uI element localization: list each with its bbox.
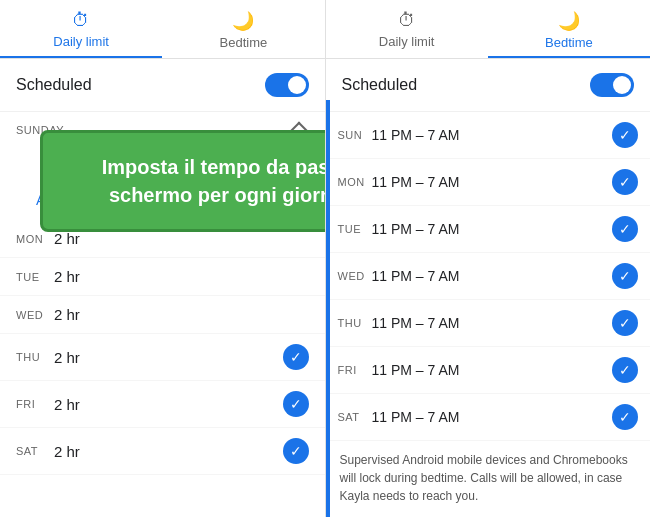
scheduled-label-left: Scheduled	[16, 76, 92, 94]
day-label-sat: SAT	[16, 445, 54, 457]
bedtime-day-wed: WED	[338, 270, 372, 282]
check-icon-fri[interactable]: ✓	[283, 391, 309, 417]
bedtime-time-wed: 11 PM – 7 AM	[372, 268, 613, 284]
bedtime-row-fri: FRI 11 PM – 7 AM ✓	[326, 347, 651, 394]
day-value-mon: 2 hr	[54, 230, 309, 247]
tab-daily-limit-right[interactable]: ⏱ Daily limit	[326, 0, 488, 58]
tab-bedtime-right[interactable]: 🌙 Bedtime	[488, 0, 650, 58]
day-value-wed: 2 hr	[54, 306, 309, 323]
scheduled-row-right: Scheduled	[326, 59, 651, 112]
day-row-tue: TUE 2 hr	[0, 258, 325, 296]
day-value-sat: 2 hr	[54, 443, 283, 460]
overlay-tooltip: Imposta il tempo da passare sullo scherm…	[40, 130, 326, 232]
scheduled-row-left: Scheduled	[0, 59, 325, 112]
day-value-fri: 2 hr	[54, 396, 283, 413]
bedtime-day-sun: SUN	[338, 129, 372, 141]
check-icon-wed-right[interactable]: ✓	[612, 263, 638, 289]
bedtime-row-sun: SUN 11 PM – 7 AM ✓	[326, 112, 651, 159]
moon-icon-right: 🌙	[558, 10, 580, 32]
left-panel: ⏱ Daily limit 🌙 Bedtime Scheduled SUNDAY…	[0, 0, 326, 517]
tab-bedtime-label-left: Bedtime	[220, 35, 268, 50]
check-icon-sun-right[interactable]: ✓	[612, 122, 638, 148]
check-icon-thu[interactable]: ✓	[283, 344, 309, 370]
day-label-wed: WED	[16, 309, 54, 321]
bedtime-time-sat: 11 PM – 7 AM	[372, 409, 613, 425]
right-tabs: ⏱ Daily limit 🌙 Bedtime	[326, 0, 651, 59]
check-icon-sat-right[interactable]: ✓	[612, 404, 638, 430]
scheduled-toggle-left[interactable]	[265, 73, 309, 97]
bedtime-day-tue: TUE	[338, 223, 372, 235]
check-icon-tue-right[interactable]: ✓	[612, 216, 638, 242]
timer-icon-right: ⏱	[398, 10, 416, 31]
tab-daily-limit-label-left: Daily limit	[53, 34, 109, 49]
bedtime-day-sat: SAT	[338, 411, 372, 423]
check-icon-thu-right[interactable]: ✓	[612, 310, 638, 336]
bedtime-row-mon: MON 11 PM – 7 AM ✓	[326, 159, 651, 206]
day-row-fri: FRI 2 hr ✓	[0, 381, 325, 428]
bedtime-time-sun: 11 PM – 7 AM	[372, 127, 613, 143]
bedtime-row-sat: SAT 11 PM – 7 AM ✓	[326, 394, 651, 441]
timer-icon-left: ⏱	[72, 10, 90, 31]
overlay-text: Imposta il tempo da passare sullo scherm…	[102, 156, 326, 206]
bedtime-time-thu: 11 PM – 7 AM	[372, 315, 613, 331]
bedtime-day-mon: MON	[338, 176, 372, 188]
day-value-thu: 2 hr	[54, 349, 283, 366]
day-label-fri: FRI	[16, 398, 54, 410]
scheduled-toggle-right[interactable]	[590, 73, 634, 97]
day-label-mon: MON	[16, 233, 54, 245]
tab-daily-limit-left[interactable]: ⏱ Daily limit	[0, 0, 162, 58]
blue-accent-bar	[326, 100, 330, 517]
right-panel: ⏱ Daily limit 🌙 Bedtime Scheduled SUN 11…	[326, 0, 651, 517]
day-row-thu: THU 2 hr ✓	[0, 334, 325, 381]
moon-icon-left: 🌙	[232, 10, 254, 32]
check-icon-sat[interactable]: ✓	[283, 438, 309, 464]
scheduled-label-right: Scheduled	[342, 76, 418, 94]
note-text: Supervised Android mobile devices and Ch…	[326, 441, 651, 515]
bedtime-day-fri: FRI	[338, 364, 372, 376]
day-label-thu: THU	[16, 351, 54, 363]
day-value-tue: 2 hr	[54, 268, 309, 285]
check-icon-mon-right[interactable]: ✓	[612, 169, 638, 195]
bedtime-day-thu: THU	[338, 317, 372, 329]
bedtime-time-tue: 11 PM – 7 AM	[372, 221, 613, 237]
bedtime-row-wed: WED 11 PM – 7 AM ✓	[326, 253, 651, 300]
bedtime-time-mon: 11 PM – 7 AM	[372, 174, 613, 190]
tab-bedtime-label-right: Bedtime	[545, 35, 593, 50]
tab-bedtime-left[interactable]: 🌙 Bedtime	[162, 0, 324, 58]
left-tabs: ⏱ Daily limit 🌙 Bedtime	[0, 0, 325, 59]
tab-daily-limit-label-right: Daily limit	[379, 34, 435, 49]
bedtime-time-fri: 11 PM – 7 AM	[372, 362, 613, 378]
day-row-sat: SAT 2 hr ✓	[0, 428, 325, 475]
check-icon-fri-right[interactable]: ✓	[612, 357, 638, 383]
bedtime-row-tue: TUE 11 PM – 7 AM ✓	[326, 206, 651, 253]
day-label-tue: TUE	[16, 271, 54, 283]
day-row-wed: WED 2 hr	[0, 296, 325, 334]
bedtime-row-thu: THU 11 PM – 7 AM ✓	[326, 300, 651, 347]
